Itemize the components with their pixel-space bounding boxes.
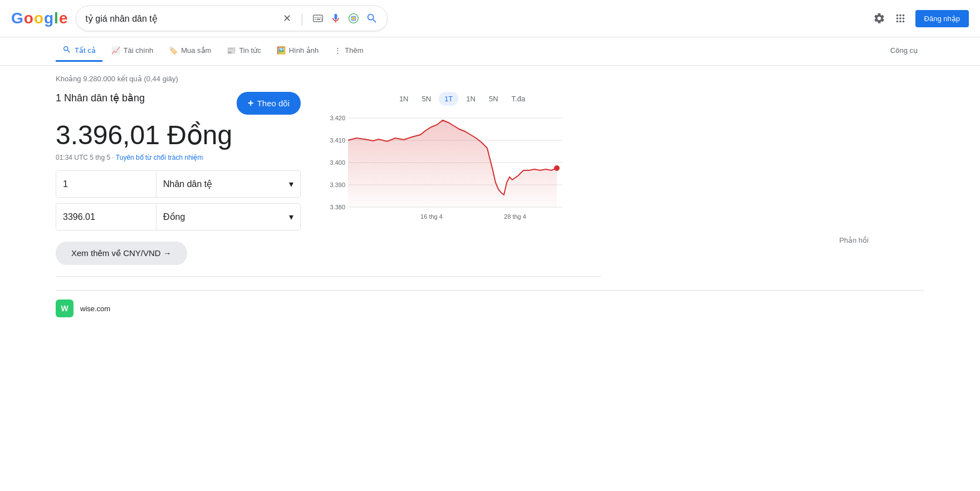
header-right: Đăng nhập <box>873 10 969 27</box>
wise-domain-label: wise.com <box>80 305 110 313</box>
tab-cong-cu[interactable]: Công cụ <box>884 42 924 61</box>
divider <box>56 276 601 277</box>
plus-icon: + <box>248 97 254 109</box>
images-tab-icon: 🖼️ <box>277 46 286 55</box>
more-cny-vnd-button[interactable]: Xem thêm về CNY/VND → <box>56 242 187 265</box>
svg-rect-0 <box>313 15 323 22</box>
tab-tin-tuc[interactable]: 📰 Tin tức <box>220 42 267 61</box>
search-action-icons: ✕ | <box>283 11 378 26</box>
y-label-3420: 3.420 <box>330 115 345 121</box>
svg-rect-2 <box>317 17 318 18</box>
to-amount-input[interactable] <box>56 204 156 230</box>
chart-svg: 3.420 3.410 3.400 3.390 3.380 <box>323 110 568 233</box>
from-currency-selector[interactable]: Nhân dân tệ ▾ <box>156 171 300 197</box>
tab-tai-chinh-label: Tài chính <box>124 46 153 55</box>
search-input[interactable] <box>85 13 277 23</box>
tab-mua-sam[interactable]: 🏷️ Mua sắm <box>162 42 218 61</box>
currency-widget: 1 Nhân dân tệ bằng + Theo dõi 3.396,01 Đ… <box>56 92 601 265</box>
apps-icon[interactable] <box>894 12 906 24</box>
currency-header: 1 Nhân dân tệ bằng + Theo dõi <box>56 92 301 115</box>
currency-time: 01:34 UTC 5 thg 5 · Tuyên bố từ chối trá… <box>56 154 301 161</box>
more-tab-icon: ⋮ <box>334 46 341 55</box>
svg-rect-5 <box>315 19 316 20</box>
tab-mua-sam-label: Mua sắm <box>181 46 211 55</box>
google-logo[interactable]: G o o g l e <box>11 9 67 27</box>
settings-icon[interactable] <box>873 12 885 24</box>
tf-tda[interactable]: T.đa <box>506 92 531 106</box>
tf-1n-month[interactable]: 1N <box>460 92 481 106</box>
finance-tab-icon: 📈 <box>111 46 120 55</box>
logo-o1: o <box>24 9 33 27</box>
logo-e: e <box>59 9 67 27</box>
keyboard-icon[interactable] <box>312 13 324 24</box>
y-label-3390: 3.390 <box>330 181 345 188</box>
clear-search-button[interactable]: ✕ <box>283 12 291 24</box>
tab-hinh-anh-label: Hình ảnh <box>289 46 319 55</box>
to-currency-dropdown-icon: ▾ <box>289 212 293 222</box>
search-bar: ✕ | <box>76 6 388 31</box>
currency-from-label: 1 Nhân dân tệ bằng <box>56 92 145 104</box>
svg-rect-3 <box>318 17 320 18</box>
follow-button[interactable]: + Theo dõi <box>237 92 301 115</box>
wise-icon-text: W <box>61 304 68 313</box>
y-label-3380: 3.380 <box>330 204 345 210</box>
from-currency-dropdown-icon: ▾ <box>289 179 293 189</box>
logo-l: l <box>54 9 58 27</box>
news-tab-icon: 📰 <box>227 46 236 55</box>
tf-5n-month[interactable]: 5N <box>483 92 504 106</box>
chart-area: 1N 5N 1T 1N 5N T.đa 3.420 3.410 3.400 3.… <box>323 92 601 244</box>
svg-rect-7 <box>321 19 322 20</box>
feedback-link[interactable]: Phản hồi <box>839 236 869 244</box>
svg-rect-4 <box>321 17 322 18</box>
tf-1t[interactable]: 1T <box>439 92 458 106</box>
tab-tat-ca[interactable]: Tất cả <box>56 41 102 62</box>
chart-end-dot <box>554 165 560 171</box>
more-btn-label: Xem thêm về CNY/VND → <box>71 248 171 258</box>
svg-rect-1 <box>315 17 316 18</box>
logo-g: G <box>11 9 23 27</box>
search-button[interactable] <box>366 12 378 24</box>
y-label-3410: 3.410 <box>330 137 345 144</box>
voice-search-button[interactable] <box>330 13 341 24</box>
x-label-16thg4: 16 thg 4 <box>420 213 443 220</box>
to-currency-row: Đồng ▾ <box>56 203 301 230</box>
disclaimer-link[interactable]: Tuyên bố từ chối trách nhiệm <box>116 154 203 161</box>
chart-timeframes: 1N 5N 1T 1N 5N T.đa <box>323 92 601 106</box>
sign-in-button[interactable]: Đăng nhập <box>915 10 969 27</box>
more-btn-wrapper: Xem thêm về CNY/VND → <box>56 242 301 265</box>
tf-1n-day[interactable]: 1N <box>394 92 414 106</box>
logo-o2: o <box>34 9 43 27</box>
currency-value: 3.396,01 Đồng <box>56 119 301 150</box>
to-currency-selector[interactable]: Đồng ▾ <box>156 204 300 230</box>
tab-tin-tuc-label: Tin tức <box>239 46 261 55</box>
follow-button-label: Theo dõi <box>257 99 290 108</box>
nav-tabs: Tất cả 📈 Tài chính 🏷️ Mua sắm 📰 Tin tức … <box>0 37 980 66</box>
search-tab-icon <box>62 45 71 56</box>
tab-tai-chinh[interactable]: 📈 Tài chính <box>105 42 160 61</box>
tab-tat-ca-label: Tất cả <box>75 46 96 55</box>
tab-cong-cu-label: Công cụ <box>890 46 918 55</box>
result-count: Khoảng 9.280.000 kết quả (0,44 giây) <box>56 75 924 83</box>
x-label-28thg4: 28 thg 4 <box>504 213 526 220</box>
currency-left: 1 Nhân dân tệ bằng + Theo dõi 3.396,01 Đ… <box>56 92 301 265</box>
y-label-3400: 3.400 <box>330 159 345 166</box>
to-currency-label: Đồng <box>163 212 185 222</box>
from-currency-row: Nhân dân tệ ▾ <box>56 170 301 198</box>
separator: | <box>300 11 303 26</box>
header: G o o g l e ✕ | <box>0 0 980 37</box>
wise-result: W wise.com <box>56 290 924 317</box>
feedback-row: Phản hồi <box>323 236 869 244</box>
tab-them-label: Thêm <box>345 46 363 55</box>
tf-5n-day[interactable]: 5N <box>416 92 437 106</box>
main-content: Khoảng 9.280.000 kết quả (0,44 giây) 1 N… <box>0 66 980 326</box>
image-search-button[interactable] <box>348 13 359 24</box>
shopping-tab-icon: 🏷️ <box>169 46 178 55</box>
currency-converter: Nhân dân tệ ▾ Đồng ▾ <box>56 170 301 230</box>
tab-hinh-anh[interactable]: 🖼️ Hình ảnh <box>270 42 326 61</box>
currency-chart: 3.420 3.410 3.400 3.390 3.380 <box>323 110 557 233</box>
tab-them[interactable]: ⋮ Thêm <box>327 42 370 61</box>
from-amount-input[interactable] <box>56 171 156 197</box>
svg-point-9 <box>352 17 355 20</box>
wise-favicon: W <box>56 299 74 317</box>
svg-rect-6 <box>317 19 321 20</box>
